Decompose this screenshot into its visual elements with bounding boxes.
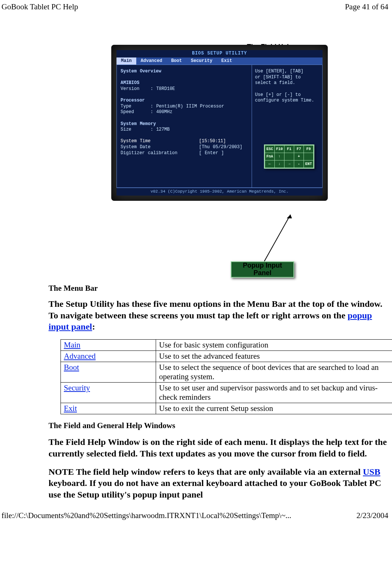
popup-key[interactable]: F10 [275,146,284,153]
bios-footer: v02.34 (C)Copyright 1985-2002, American … [116,188,323,195]
help-line: Use [+] or [-] to [255,92,319,98]
link-security[interactable]: Security [64,383,90,392]
type-label: Type [121,104,150,110]
popup-key[interactable] [284,153,294,160]
table-row: Security Use to set user and supervisor … [61,383,392,403]
memory-heading: System Memory [121,121,248,127]
version-label: Version [121,86,150,92]
section-field-help-heading: The Field and General Help Windows [49,421,391,430]
para-text: : [92,322,95,331]
link-boot[interactable]: Boot [64,363,79,372]
svg-marker-5 [287,215,292,218]
page-footer: file://C:\Documents%20and%20Settings\har… [0,507,392,523]
system-date-row[interactable]: System Date[Thu 05/29/2003] [121,144,248,150]
monitor-bezel: BIOS SETUP UTILITY Main Advanced Boot Se… [111,45,328,201]
bios-screen: BIOS SETUP UTILITY Main Advanced Boot Se… [116,50,323,196]
para-text: NOTE The field help window refers to key… [49,467,363,477]
help-line: configure system Time. [255,98,319,104]
size-value: : 127MB [150,127,169,132]
table-cell-desc: Use to select the sequence of boot devic… [156,362,392,383]
popup-key-grid: ESC F10 F1 F7 F9 FnA ↑ + [265,145,314,168]
link-usb[interactable]: USB [363,467,380,477]
bios-tab-main[interactable]: Main [116,57,136,65]
bios-tab-boot[interactable]: Boot [167,57,186,65]
para-note: NOTE The field help window refers to key… [49,466,391,501]
callout-popup-panel: Popup Input Panel [231,261,294,278]
para-field-help: The Field Help Window is on the right si… [49,436,391,459]
processor-heading: Processor [121,98,248,104]
popup-key[interactable]: ENT [304,160,314,168]
speed-label: Speed [121,109,150,115]
popup-input-panel[interactable]: ESC F10 F1 F7 F9 FnA ↑ + [264,144,314,169]
popup-key[interactable]: - [294,160,304,168]
table-cell-desc: Use to set user and supervisor passwords… [156,383,392,403]
table-row: Advanced Use to set the advanced feature… [61,351,392,362]
arrow-to-popup [264,215,294,263]
popup-key[interactable]: F9 [304,146,314,153]
link-advanced[interactable]: Advanced [64,352,96,361]
bios-tab-security[interactable]: Security [186,57,217,65]
bios-tab-exit[interactable]: Exit [217,57,237,65]
table-cell-desc: Use to exit the current Setup session [156,403,392,414]
popup-key[interactable]: ↑ [275,153,284,160]
bios-body: System Overview AMIBIOS Version: T8RD10E… [116,65,323,188]
para-menu-bar: The Setup Utility has these five menu op… [49,298,391,333]
content-area: The Menu Bar The Field Help Window Popup… [0,45,392,501]
bios-figure: The Menu Bar The Field Help Window Popup… [104,45,335,276]
bios-title: BIOS SETUP UTILITY [116,50,323,57]
footer-path: file://C:\Documents%20and%20Settings\har… [1,511,291,520]
bios-left-panel: System Overview AMIBIOS Version: T8RD10E… [116,65,252,188]
amibios-heading: AMIBIOS [121,80,248,86]
page-header: GoBook Tablet PC Help Page 41 of 64 [0,0,392,13]
popup-key[interactable]: ← [265,160,275,168]
bios-help-panel: Use [ENTER], [TAB] or [SHIFT-TAB] to sel… [252,65,323,188]
header-page-of: Page 41 of 64 [345,2,388,12]
footer-date: 2/23/2004 [357,511,388,520]
popup-key[interactable]: → [284,160,294,168]
help-line: or [SHIFT-TAB] to [255,75,319,81]
section-menu-bar-heading: The Menu Bar [49,284,391,293]
help-line: select a field. [255,80,319,86]
table-row: Boot Use to select the sequence of boot … [61,362,392,383]
link-exit[interactable]: Exit [64,404,77,413]
popup-key[interactable]: ESC [265,146,275,153]
svg-line-4 [264,215,290,261]
type-value: : Pentium(R) IIIM Processor [150,104,224,109]
help-line: Use [ENTER], [TAB] [255,69,319,75]
header-title: GoBook Tablet PC Help [1,2,78,12]
version-value: : T8RD10E [150,86,175,91]
overview-heading: System Overview [121,69,248,75]
size-label: Size [121,127,150,133]
table-cell-desc: Use for basic system configuration [156,340,392,351]
popup-key[interactable] [304,153,314,160]
bios-tab-advanced[interactable]: Advanced [136,57,167,65]
popup-key[interactable]: F7 [294,146,304,153]
system-time-row[interactable]: System Time[15:50:11] [121,138,248,144]
digitizer-row[interactable]: Digitizer calibration[ Enter ] [121,150,248,156]
para-text: keyboard. If you do not have an external… [49,478,381,499]
popup-key[interactable]: + [294,153,304,160]
popup-key[interactable]: FnA [265,153,275,160]
para-text: The Setup Utility has these five menu op… [49,299,382,320]
callout-text: Panel [253,269,271,277]
popup-key[interactable]: ↓ [275,160,284,168]
bios-menubar: Main Advanced Boot Security Exit [116,57,323,65]
speed-value: : 400MHz [150,109,172,115]
menu-options-table: Main Use for basic system configuration … [60,339,392,414]
link-main[interactable]: Main [64,340,80,349]
table-cell-desc: Use to set the advanced features [156,351,392,362]
popup-key[interactable]: F1 [284,146,294,153]
table-row: Main Use for basic system configuration [61,340,392,351]
table-row: Exit Use to exit the current Setup sessi… [61,403,392,414]
